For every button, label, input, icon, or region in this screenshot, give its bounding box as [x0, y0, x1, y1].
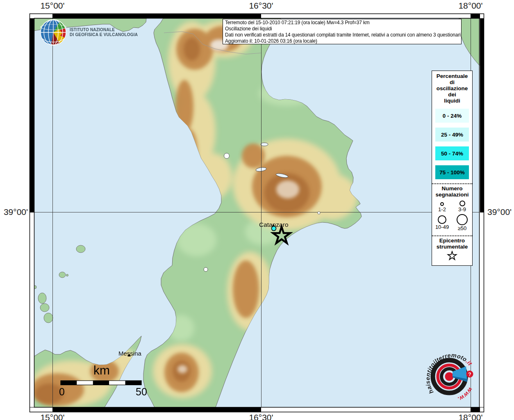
ingv-logo-text: ISTITUTO NAZIONALE DI GEOFISICA E VULCAN… [70, 27, 138, 38]
count-1-2: 1-2 [432, 200, 452, 212]
legend-class-0-24: 0 - 24% [435, 109, 469, 123]
axis-label-bottom-left: 15°00' [32, 413, 73, 420]
data-disclaimer: Dati non verificati estratti da 14 quest… [225, 32, 459, 38]
city-label-messina: Messina [118, 350, 141, 357]
circle-size-3-icon [438, 215, 446, 224]
counts-legend: 1-2 3-9 10-49 ≥50 [432, 199, 472, 231]
scale-end-label: 50 [136, 386, 147, 398]
legend-class-50-74: 50 - 74% [435, 146, 469, 160]
axis-label-top-left: 15°00' [32, 1, 73, 11]
axis-label-left: 39°00' [1, 207, 28, 217]
ingv-globe-icon [40, 19, 66, 46]
epicenter-star-icon [446, 251, 458, 261]
legend-divider [432, 183, 472, 184]
scale-bar [61, 381, 141, 385]
earthquake-info-box: Terremoto del 15-10-2010 07:21:19 (ora l… [223, 19, 462, 44]
earthquake-title: Terremoto del 15-10-2010 07:21:19 (ora l… [225, 20, 459, 26]
report-point-white [224, 153, 230, 159]
axis-label-right: 39°00' [487, 207, 514, 217]
axis-label-bottom-mid: 16°30' [241, 413, 282, 420]
counts-title: Numero segnalazioni [432, 185, 472, 198]
report-point-white [204, 267, 208, 272]
svg-text:?: ? [468, 372, 471, 377]
legend-class-75-100: 75 - 100% [435, 165, 469, 179]
legend-divider [432, 235, 472, 236]
circle-size-4-icon [457, 214, 468, 225]
updated-timestamp: Aggiornato il: 10-01-2026 03:16 (ora loc… [225, 38, 459, 44]
legend-title: Percentuale di oscillazione dei liquidi [432, 73, 472, 104]
axis-label-bottom-right: 18°00' [450, 413, 491, 420]
count-3-9: 3-9 [452, 200, 472, 212]
count-10-49: 10-49 [432, 214, 452, 231]
scale-start-label: 0 [59, 386, 65, 398]
circle-size-2-icon [459, 201, 465, 206]
circle-size-1-icon [440, 202, 444, 206]
epicenter-title: Epicentro strumentale [432, 237, 472, 250]
city-label-catanzaro: Catanzaro [259, 221, 289, 228]
map-subject: Oscillazione dei liquidi [225, 26, 459, 32]
report-point-white [318, 212, 320, 214]
seismic-map-page: ? haisentitoilterremoto.it www. 15°00' 1… [0, 0, 514, 420]
legend-class-25-49: 25 - 49% [435, 128, 469, 142]
ingv-logo: ISTITUTO NAZIONALE DI GEOFISICA E VULCAN… [40, 19, 138, 46]
scale-unit-label: km [93, 363, 110, 377]
axis-label-top-right: 18°00' [450, 1, 491, 11]
axis-label-top-mid: 16°30' [241, 1, 282, 11]
count-50plus: ≥50 [452, 214, 472, 231]
legend-panel: Percentuale di oscillazione dei liquidi … [432, 71, 473, 266]
